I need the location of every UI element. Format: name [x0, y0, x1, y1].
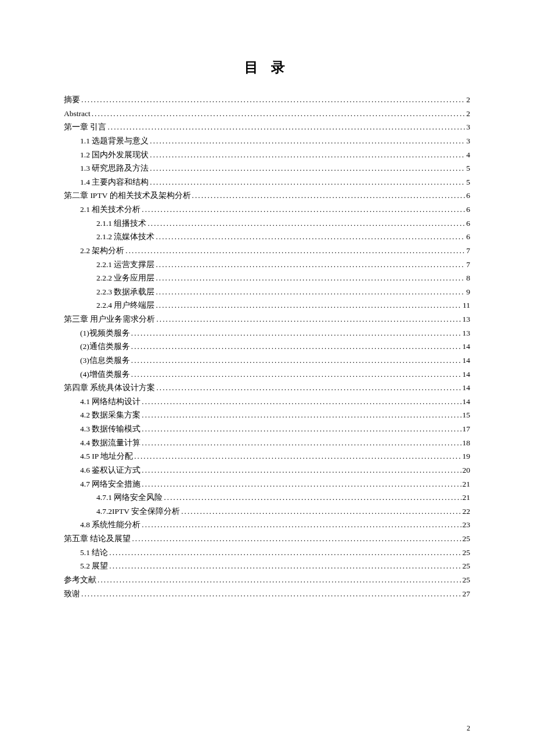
- toc-entry-page: 22: [463, 505, 471, 519]
- toc-entry-label: 1.2 国内外发展现状: [80, 148, 149, 162]
- toc-entry-page: 9: [466, 285, 470, 299]
- toc-entry[interactable]: (3)信息类服务14: [64, 354, 470, 368]
- toc-entry[interactable]: Abstract2: [64, 107, 470, 121]
- toc-entry[interactable]: 4.7.1 网络安全风险21: [64, 491, 470, 505]
- toc-entry[interactable]: (4)增值类服务14: [64, 368, 470, 381]
- toc-entry-page: 8: [466, 271, 470, 285]
- toc-leader-dots: [181, 505, 461, 519]
- toc-entry-label: 4.7.1 网络安全风险: [96, 491, 163, 505]
- toc-entry[interactable]: 1.4 主要内容和结构5: [64, 175, 470, 189]
- toc-entry-page: 14: [463, 368, 471, 381]
- toc-entry[interactable]: 第二章 IPTV 的相关技术及架构分析6: [64, 189, 470, 203]
- toc-leader-dots: [192, 189, 466, 203]
- toc-leader-dots: [131, 326, 461, 340]
- toc-entry[interactable]: 2.2.2 业务应用层8: [64, 271, 470, 285]
- toc-leader-dots: [131, 340, 461, 354]
- toc-entry[interactable]: 1.2 国内外发展现状4: [64, 148, 470, 162]
- toc-leader-dots: [142, 436, 461, 450]
- toc-entry[interactable]: 4.7.2IPTV 安全保障分析22: [64, 505, 470, 519]
- toc-leader-dots: [92, 107, 466, 121]
- toc-leader-dots: [142, 395, 461, 409]
- toc-entry-label: 2.1 相关技术分析: [80, 203, 140, 217]
- toc-entry-page: 21: [463, 477, 471, 491]
- toc-entry-page: 14: [463, 354, 471, 368]
- toc-entry-label: 第五章 结论及展望: [64, 532, 131, 546]
- toc-entry[interactable]: 4.8 系统性能分析23: [64, 518, 470, 532]
- toc-entry-page: 14: [463, 381, 471, 395]
- toc-leader-dots: [150, 161, 465, 175]
- toc-leader-dots: [156, 285, 465, 299]
- toc-entry-page: 13: [463, 312, 471, 326]
- toc-leader-dots: [156, 230, 465, 244]
- toc-entry[interactable]: 4.3 数据传输模式17: [64, 422, 470, 436]
- toc-entry-page: 25: [463, 559, 471, 573]
- toc-entry[interactable]: 4.6 鉴权认证方式20: [64, 463, 470, 477]
- toc-entry-label: 1.4 主要内容和结构: [80, 175, 149, 189]
- toc-entry[interactable]: 2.1.1 组播技术6: [64, 217, 470, 231]
- toc-entry-label: 5.2 展望: [80, 559, 108, 573]
- toc-entry-label: 2.2.2 业务应用层: [96, 271, 154, 285]
- toc-entry-label: 2.1.1 组播技术: [96, 217, 146, 231]
- toc-entry-page: 4: [466, 148, 470, 162]
- toc-entry[interactable]: 2.2.4 用户终端层11: [64, 298, 470, 312]
- toc-entry[interactable]: 1.1 选题背景与意义3: [64, 134, 470, 148]
- toc-leader-dots: [156, 298, 461, 312]
- toc-entry[interactable]: 第五章 结论及展望25: [64, 532, 470, 546]
- toc-entry-page: 2: [466, 107, 470, 121]
- toc-leader-dots: [150, 175, 465, 189]
- toc-entry-page: 13: [463, 326, 471, 340]
- toc-entry-label: 1.3 研究思路及方法: [80, 161, 149, 175]
- toc-leader-dots: [142, 477, 461, 491]
- page-number: 2: [467, 724, 470, 733]
- toc-entry[interactable]: 摘要2: [64, 93, 470, 107]
- toc-leader-dots: [142, 408, 461, 422]
- toc-entry-label: 4.5 IP 地址分配: [80, 449, 133, 463]
- toc-entry-label: 2.2.3 数据承载层: [96, 285, 154, 299]
- toc-entry-label: 2.2.1 运营支撑层: [96, 258, 154, 272]
- toc-entry-page: 17: [463, 422, 471, 436]
- toc-entry-label: (4)增值类服务: [80, 368, 130, 381]
- toc-entry[interactable]: 参考文献25: [64, 573, 470, 587]
- toc-entry[interactable]: 2.1.2 流媒体技术6: [64, 230, 470, 244]
- toc-entry-page: 14: [463, 340, 471, 354]
- toc-entry[interactable]: 2.1 相关技术分析6: [64, 203, 470, 217]
- toc-entry[interactable]: 2.2 架构分析7: [64, 244, 470, 258]
- toc-entry[interactable]: (2)通信类服务14: [64, 340, 470, 354]
- toc-entry[interactable]: 第一章 引言3: [64, 120, 470, 134]
- toc-entry-page: 5: [466, 161, 470, 175]
- toc-entry[interactable]: 4.4 数据流量计算18: [64, 436, 470, 450]
- toc-entry-page: 7: [466, 258, 470, 272]
- toc-entry[interactable]: (1)视频类服务13: [64, 326, 470, 340]
- toc-entry-label: 4.8 系统性能分析: [80, 518, 140, 532]
- toc-leader-dots: [156, 258, 465, 272]
- toc-leader-dots: [142, 422, 461, 436]
- toc-leader-dots: [150, 134, 465, 148]
- toc-entry-page: 25: [463, 532, 471, 546]
- toc-leader-dots: [81, 587, 461, 601]
- toc-entry[interactable]: 5.2 展望25: [64, 559, 470, 573]
- toc-entry[interactable]: 2.2.1 运营支撑层7: [64, 258, 470, 272]
- toc-entry-label: 第三章 用户业务需求分析: [64, 312, 155, 326]
- toc-leader-dots: [156, 381, 461, 395]
- toc-entry[interactable]: 2.2.3 数据承载层9: [64, 285, 470, 299]
- toc-entry[interactable]: 4.1 网络结构设计14: [64, 395, 470, 409]
- page-content: 目 录 摘要2Abstract2第一章 引言31.1 选题背景与意义31.2 国…: [0, 0, 534, 624]
- toc-leader-dots: [142, 203, 465, 217]
- toc-entry-label: 4.7 网络安全措施: [80, 477, 140, 491]
- toc-entry-page: 6: [466, 189, 470, 203]
- toc-entry-page: 2: [466, 93, 470, 107]
- toc-entry-page: 21: [463, 491, 471, 505]
- toc-entry[interactable]: 第三章 用户业务需求分析13: [64, 312, 470, 326]
- toc-entry[interactable]: 致谢27: [64, 587, 470, 601]
- toc-entry[interactable]: 4.2 数据采集方案15: [64, 408, 470, 422]
- toc-entry[interactable]: 1.3 研究思路及方法5: [64, 161, 470, 175]
- toc-entry[interactable]: 5.1 结论25: [64, 546, 470, 560]
- toc-entry[interactable]: 4.7 网络安全措施21: [64, 477, 470, 491]
- toc-entry-label: 4.1 网络结构设计: [80, 395, 140, 409]
- toc-entry[interactable]: 第四章 系统具体设计方案14: [64, 381, 470, 395]
- toc-entry-page: 14: [463, 395, 471, 409]
- toc-entry[interactable]: 4.5 IP 地址分配19: [64, 449, 470, 463]
- toc-leader-dots: [132, 532, 461, 546]
- toc-leader-dots: [164, 491, 461, 505]
- toc-leader-dots: [81, 93, 465, 107]
